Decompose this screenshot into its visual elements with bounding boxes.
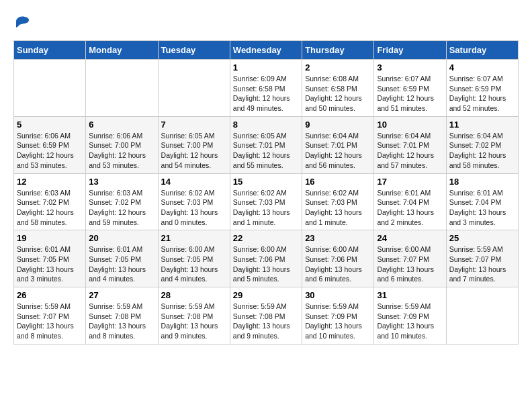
calendar-header-thursday: Thursday (302, 41, 374, 60)
day-number: 18 (449, 177, 515, 187)
day-number: 17 (377, 177, 443, 187)
day-info: Sunrise: 6:07 AM Sunset: 6:59 PM Dayligh… (449, 74, 515, 113)
calendar-week-4: 19Sunrise: 6:01 AM Sunset: 7:05 PM Dayli… (14, 230, 519, 287)
calendar-day-22: 22Sunrise: 6:00 AM Sunset: 7:06 PM Dayli… (230, 230, 302, 287)
day-info: Sunrise: 6:06 AM Sunset: 7:00 PM Dayligh… (89, 131, 154, 171)
day-info: Sunrise: 6:01 AM Sunset: 7:04 PM Dayligh… (377, 188, 443, 228)
calendar-header-monday: Monday (86, 41, 158, 60)
day-info: Sunrise: 6:00 AM Sunset: 7:07 PM Dayligh… (377, 244, 443, 284)
calendar-day-3: 3Sunrise: 6:07 AM Sunset: 6:59 PM Daylig… (374, 60, 446, 117)
day-number: 20 (89, 233, 154, 243)
calendar-header-wednesday: Wednesday (230, 41, 302, 60)
calendar-day-20: 20Sunrise: 6:01 AM Sunset: 7:05 PM Dayli… (86, 230, 158, 287)
day-number: 4 (449, 62, 515, 73)
calendar-day-2: 2Sunrise: 6:08 AM Sunset: 6:58 PM Daylig… (302, 60, 374, 117)
calendar-day-24: 24Sunrise: 6:00 AM Sunset: 7:07 PM Dayli… (374, 230, 446, 287)
day-number: 28 (161, 290, 227, 300)
logo (13, 13, 31, 34)
day-info: Sunrise: 6:02 AM Sunset: 7:03 PM Dayligh… (161, 188, 227, 228)
calendar-day-12: 12Sunrise: 6:03 AM Sunset: 7:02 PM Dayli… (14, 173, 86, 230)
day-number: 24 (377, 233, 443, 243)
calendar-day-21: 21Sunrise: 6:00 AM Sunset: 7:05 PM Dayli… (158, 230, 230, 287)
day-number: 7 (161, 120, 227, 130)
calendar-day-25: 25Sunrise: 5:59 AM Sunset: 7:07 PM Dayli… (446, 230, 518, 287)
day-info: Sunrise: 6:09 AM Sunset: 6:58 PM Dayligh… (233, 74, 299, 113)
calendar-day-29: 29Sunrise: 5:59 AM Sunset: 7:08 PM Dayli… (230, 287, 302, 345)
day-number: 16 (305, 177, 371, 187)
calendar-day-31: 31Sunrise: 5:59 AM Sunset: 7:09 PM Dayli… (374, 287, 446, 345)
calendar-header-sunday: Sunday (14, 41, 86, 60)
day-number: 6 (89, 120, 154, 130)
day-number: 22 (233, 233, 299, 243)
day-number: 12 (17, 177, 83, 187)
calendar-day-5: 5Sunrise: 6:06 AM Sunset: 6:59 PM Daylig… (14, 116, 86, 173)
calendar-day-7: 7Sunrise: 6:05 AM Sunset: 7:00 PM Daylig… (158, 116, 230, 173)
day-number: 10 (377, 120, 443, 130)
day-info: Sunrise: 6:02 AM Sunset: 7:03 PM Dayligh… (305, 188, 371, 228)
calendar-day-28: 28Sunrise: 5:59 AM Sunset: 7:08 PM Dayli… (158, 287, 230, 345)
day-info: Sunrise: 5:59 AM Sunset: 7:09 PM Dayligh… (305, 302, 371, 341)
calendar-day-17: 17Sunrise: 6:01 AM Sunset: 7:04 PM Dayli… (374, 173, 446, 230)
calendar-day-4: 4Sunrise: 6:07 AM Sunset: 6:59 PM Daylig… (446, 60, 518, 117)
day-info: Sunrise: 6:01 AM Sunset: 7:05 PM Dayligh… (89, 244, 154, 284)
day-info: Sunrise: 5:59 AM Sunset: 7:08 PM Dayligh… (161, 302, 227, 341)
calendar-header-friday: Friday (374, 41, 446, 60)
calendar-week-5: 26Sunrise: 5:59 AM Sunset: 7:07 PM Dayli… (14, 287, 519, 345)
day-number: 29 (233, 290, 299, 300)
calendar-empty-cell (14, 60, 86, 117)
day-number: 14 (161, 177, 227, 187)
day-info: Sunrise: 6:03 AM Sunset: 7:02 PM Dayligh… (89, 188, 154, 228)
calendar: SundayMondayTuesdayWednesdayThursdayFrid… (13, 40, 519, 345)
calendar-day-19: 19Sunrise: 6:01 AM Sunset: 7:05 PM Dayli… (14, 230, 86, 287)
day-info: Sunrise: 6:01 AM Sunset: 7:05 PM Dayligh… (17, 244, 83, 284)
calendar-day-14: 14Sunrise: 6:02 AM Sunset: 7:03 PM Dayli… (158, 173, 230, 230)
day-info: Sunrise: 6:04 AM Sunset: 7:01 PM Dayligh… (305, 131, 371, 171)
calendar-day-15: 15Sunrise: 6:02 AM Sunset: 7:03 PM Dayli… (230, 173, 302, 230)
day-number: 3 (377, 62, 443, 73)
calendar-week-3: 12Sunrise: 6:03 AM Sunset: 7:02 PM Dayli… (14, 173, 519, 230)
calendar-week-1: 1Sunrise: 6:09 AM Sunset: 6:58 PM Daylig… (14, 60, 519, 117)
calendar-day-26: 26Sunrise: 5:59 AM Sunset: 7:07 PM Dayli… (14, 287, 86, 345)
day-info: Sunrise: 6:06 AM Sunset: 6:59 PM Dayligh… (17, 131, 83, 171)
calendar-empty-cell (446, 287, 518, 345)
day-info: Sunrise: 5:59 AM Sunset: 7:07 PM Dayligh… (449, 244, 515, 284)
calendar-day-27: 27Sunrise: 5:59 AM Sunset: 7:08 PM Dayli… (86, 287, 158, 345)
logo-icon (15, 13, 31, 30)
calendar-day-10: 10Sunrise: 6:04 AM Sunset: 7:01 PM Dayli… (374, 116, 446, 173)
calendar-day-1: 1Sunrise: 6:09 AM Sunset: 6:58 PM Daylig… (230, 60, 302, 117)
day-info: Sunrise: 6:05 AM Sunset: 7:01 PM Dayligh… (233, 131, 299, 171)
day-info: Sunrise: 5:59 AM Sunset: 7:09 PM Dayligh… (377, 302, 443, 341)
day-number: 19 (17, 233, 83, 243)
header (13, 13, 519, 34)
calendar-day-8: 8Sunrise: 6:05 AM Sunset: 7:01 PM Daylig… (230, 116, 302, 173)
day-number: 30 (305, 290, 371, 300)
day-info: Sunrise: 5:59 AM Sunset: 7:08 PM Dayligh… (233, 302, 299, 341)
day-info: Sunrise: 5:59 AM Sunset: 7:07 PM Dayligh… (17, 302, 83, 341)
calendar-day-6: 6Sunrise: 6:06 AM Sunset: 7:00 PM Daylig… (86, 116, 158, 173)
calendar-header-row: SundayMondayTuesdayWednesdayThursdayFrid… (14, 41, 519, 60)
day-number: 23 (305, 233, 371, 243)
day-info: Sunrise: 6:07 AM Sunset: 6:59 PM Dayligh… (377, 74, 443, 113)
day-number: 26 (17, 290, 83, 300)
day-info: Sunrise: 6:04 AM Sunset: 7:01 PM Dayligh… (377, 131, 443, 171)
day-info: Sunrise: 5:59 AM Sunset: 7:08 PM Dayligh… (89, 302, 154, 341)
day-info: Sunrise: 6:04 AM Sunset: 7:02 PM Dayligh… (449, 131, 515, 171)
day-info: Sunrise: 6:03 AM Sunset: 7:02 PM Dayligh… (17, 188, 83, 228)
day-number: 8 (233, 120, 299, 130)
day-number: 2 (305, 62, 371, 73)
calendar-empty-cell (86, 60, 158, 117)
calendar-day-11: 11Sunrise: 6:04 AM Sunset: 7:02 PM Dayli… (446, 116, 518, 173)
calendar-header-tuesday: Tuesday (158, 41, 230, 60)
day-number: 25 (449, 233, 515, 243)
calendar-week-2: 5Sunrise: 6:06 AM Sunset: 6:59 PM Daylig… (14, 116, 519, 173)
day-number: 21 (161, 233, 227, 243)
day-info: Sunrise: 6:01 AM Sunset: 7:04 PM Dayligh… (449, 188, 515, 228)
day-info: Sunrise: 6:02 AM Sunset: 7:03 PM Dayligh… (233, 188, 299, 228)
day-number: 13 (89, 177, 154, 187)
day-number: 5 (17, 120, 83, 130)
day-info: Sunrise: 6:08 AM Sunset: 6:58 PM Dayligh… (305, 74, 371, 113)
calendar-header-saturday: Saturday (446, 41, 518, 60)
day-info: Sunrise: 6:00 AM Sunset: 7:05 PM Dayligh… (161, 244, 227, 284)
calendar-day-23: 23Sunrise: 6:00 AM Sunset: 7:06 PM Dayli… (302, 230, 374, 287)
day-number: 1 (233, 62, 299, 73)
